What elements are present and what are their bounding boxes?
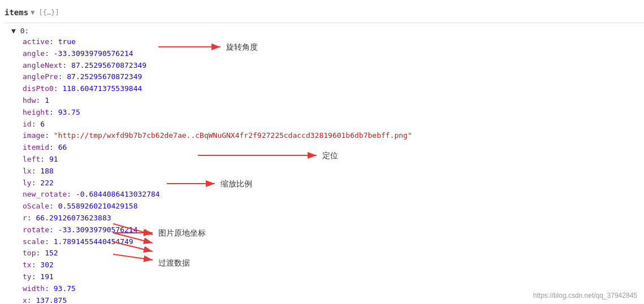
prop-value: 137.875 <box>36 296 67 304</box>
prop-key: hdw <box>23 96 36 105</box>
prop-key: itemid <box>23 143 49 151</box>
prop-key: ty <box>23 272 32 281</box>
prop-value: 91 <box>49 155 58 163</box>
prop-key: x <box>23 296 27 304</box>
prop-line: scale: 1.7891455440454749 <box>23 236 644 248</box>
prop-line: lx: 188 <box>23 166 644 177</box>
prop-key: width <box>23 284 45 293</box>
prop-line: rotate: -33.30939790576214 <box>23 224 644 236</box>
prop-value: "http://tmp/wxfd9b7b7cb62de7ae..cBqWNuGN… <box>54 131 412 140</box>
prop-line: left: 91 <box>23 154 644 166</box>
prop-line: disPto0: 118.60471375539844 <box>23 83 644 95</box>
prop-line: angle: -33.30939790576214 <box>23 48 644 60</box>
prop-value: 87.25295670872349 <box>67 72 142 81</box>
prop-key: rotate <box>23 225 49 234</box>
prop-line: angleNext: 87.25295670872349 <box>23 60 644 72</box>
prop-value: true <box>58 37 76 46</box>
prop-key: left <box>23 155 40 163</box>
watermark: https://blog.csdn.net/qq_37942845 <box>533 292 637 299</box>
prop-line: top: 152 <box>23 247 644 259</box>
prop-line: hdw: 1 <box>23 95 644 107</box>
prop-line: itemid: 66 <box>23 142 644 154</box>
prop-line: new_rotate: -0.6844086413032784 <box>23 189 644 201</box>
prop-line: anglePre: 87.25295670872349 <box>23 71 644 83</box>
prop-key: ly <box>23 179 32 187</box>
prop-key: image <box>23 131 45 140</box>
prop-value: -33.30939790576214 <box>54 49 133 58</box>
prop-key: height <box>23 108 49 116</box>
prop-value: 152 <box>45 249 58 257</box>
array-hint: ▼ [{…}] <box>31 8 59 16</box>
prop-value: 93.75 <box>54 284 76 293</box>
prop-key: oScale <box>23 202 49 210</box>
zero-line: ▼ 0: <box>11 27 644 35</box>
prop-value: 66 <box>58 143 67 151</box>
prop-line: active: true <box>23 36 644 48</box>
prop-line: ty: 191 <box>23 271 644 283</box>
content-area: ▼ 0: active: trueangle: -33.309397905762… <box>5 24 644 304</box>
prop-value: 66.29126073623883 <box>36 214 111 222</box>
prop-key: top <box>23 249 36 257</box>
prop-value: 222 <box>40 179 53 187</box>
prop-key: disPto0 <box>23 84 54 93</box>
prop-key: angleNext <box>23 61 62 70</box>
prop-value: 1.7891455440454749 <box>54 237 133 246</box>
prop-key: lx <box>23 167 32 175</box>
prop-line: id: 6 <box>23 119 644 131</box>
prop-value: 1 <box>45 96 49 105</box>
prop-line: r: 66.29126073623883 <box>23 212 644 224</box>
item-content: active: trueangle: -33.30939790576214ang… <box>11 36 644 304</box>
prop-line: ly: 222 <box>23 177 644 189</box>
prop-key: id <box>23 120 32 128</box>
prop-key: new_rotate <box>23 190 67 198</box>
prop-line: image: "http://tmp/wxfd9b7b7cb62de7ae..c… <box>23 130 644 142</box>
prop-key: r <box>23 214 27 222</box>
prop-value: 302 <box>40 260 53 269</box>
prop-value: -33.30939790576214 <box>58 225 138 234</box>
prop-value: 188 <box>40 167 53 175</box>
prop-value: 6 <box>40 120 45 128</box>
prop-value: -0.6844086413032784 <box>76 190 160 198</box>
prop-key: active <box>23 37 49 46</box>
prop-line: oScale: 0.5589260210429158 <box>23 201 644 212</box>
prop-key: scale <box>23 237 45 246</box>
prop-value: 118.60471375539844 <box>62 84 142 93</box>
prop-key: anglePre <box>23 72 58 81</box>
prop-line: tx: 302 <box>23 259 644 271</box>
prop-key: angle <box>23 49 45 58</box>
prop-value: 0.5589260210429158 <box>58 202 138 210</box>
console-panel: items ▼ [{…}] ▼ 0: active: trueangle: -3… <box>0 0 644 304</box>
prop-value: 87.25295670872349 <box>71 61 146 70</box>
header-line: items ▼ [{…}] <box>5 2 644 23</box>
item-index: ▼ 0: <box>11 27 29 35</box>
prop-value: 191 <box>40 272 53 281</box>
prop-value: 93.75 <box>58 108 80 116</box>
prop-key: tx <box>23 260 32 269</box>
items-label: items <box>5 8 28 17</box>
prop-line: height: 93.75 <box>23 107 644 119</box>
